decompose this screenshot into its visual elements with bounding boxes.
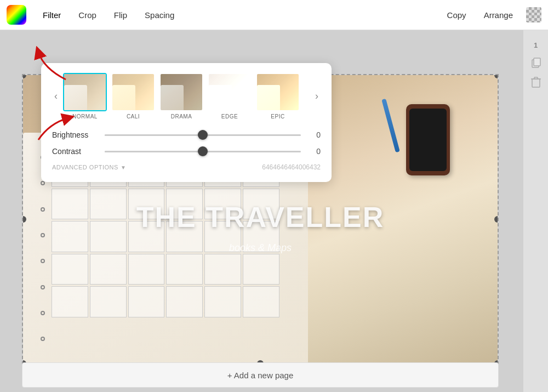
canvas-area: THE TRAVELLER books & Maps ‹	[0, 30, 548, 392]
right-sidebar: 1	[523, 30, 548, 392]
copy-sidebar-icon[interactable]	[529, 56, 543, 69]
filter-id: 6464646464006432	[262, 163, 321, 171]
filter-normal-img	[64, 74, 106, 110]
filter-epic-thumb	[256, 73, 300, 111]
brightness-value: 0	[310, 130, 321, 139]
filter-drama-thumb	[159, 73, 203, 111]
filter-epic-img	[257, 74, 299, 110]
crop-button[interactable]: Crop	[71, 7, 104, 23]
filter-normal-thumb	[63, 73, 107, 111]
filter-edge[interactable]: EDGE	[208, 73, 252, 120]
contrast-track[interactable]	[105, 151, 301, 152]
page-number: 1	[534, 41, 538, 49]
contrast-row: Contrast 0	[52, 147, 321, 156]
filter-popup: ‹ NORMAL	[41, 63, 332, 182]
filter-cali[interactable]: CALI	[111, 73, 155, 120]
filter-edge-thumb	[208, 73, 252, 111]
filter-button[interactable]: Filter	[35, 7, 68, 23]
filter-prev-button[interactable]: ‹	[52, 90, 60, 102]
contrast-label: Contrast	[52, 147, 96, 156]
handle-mid-right[interactable]	[494, 216, 499, 223]
filter-epic-label: EPIC	[271, 113, 284, 120]
advanced-options-button[interactable]: ADVANCED OPTIONS ▼	[52, 164, 126, 171]
phone-screen	[409, 109, 447, 171]
filter-row: ‹ NORMAL	[52, 73, 321, 120]
filter-edge-label: EDGE	[221, 113, 238, 120]
brightness-track[interactable]	[105, 134, 301, 136]
contrast-value: 0	[310, 147, 321, 156]
filter-drama-label: DRAMA	[171, 113, 192, 120]
add-page-bar[interactable]: + Add a new page	[22, 362, 499, 388]
filter-edge-img	[209, 74, 250, 110]
filter-drama[interactable]: DRAMA	[159, 73, 203, 120]
filter-cali-img	[112, 74, 154, 110]
filter-normal[interactable]: NORMAL	[63, 73, 107, 120]
toolbar: Filter Crop Flip Spacing Copy Arrange	[0, 0, 548, 30]
svg-rect-1	[534, 58, 540, 66]
advanced-options-label: ADVANCED OPTIONS	[52, 164, 118, 171]
filter-next-button[interactable]: ›	[313, 90, 321, 102]
brightness-row: Brightness 0	[52, 130, 321, 139]
arrange-button[interactable]: Arrange	[476, 7, 521, 23]
filter-cali-label: CALI	[127, 113, 140, 120]
svg-rect-2	[532, 79, 540, 87]
filter-drama-img	[161, 74, 202, 110]
app-logo[interactable]	[7, 5, 26, 25]
brightness-label: Brightness	[52, 130, 96, 139]
copy-button[interactable]: Copy	[439, 7, 474, 23]
advanced-row: ADVANCED OPTIONS ▼ 6464646464006432	[52, 163, 321, 171]
filter-cali-thumb	[111, 73, 155, 111]
filter-epic[interactable]: EPIC	[256, 73, 300, 120]
brightness-thumb[interactable]	[198, 130, 208, 140]
image-subtitle: books & Maps	[229, 242, 292, 254]
contrast-thumb[interactable]	[198, 146, 208, 156]
spacing-button[interactable]: Spacing	[137, 7, 182, 23]
checker-icon	[526, 7, 541, 22]
chevron-down-icon: ▼	[121, 164, 126, 171]
phone	[406, 104, 450, 175]
image-title: THE TRAVELLER	[136, 201, 385, 234]
toolbar-right: Copy Arrange	[439, 7, 541, 23]
filter-normal-label: NORMAL	[72, 113, 98, 120]
filter-thumbs: NORMAL CALI	[63, 73, 310, 120]
trash-sidebar-icon[interactable]	[529, 76, 543, 89]
flip-button[interactable]: Flip	[106, 7, 135, 23]
toolbar-left: Filter Crop Flip Spacing	[35, 7, 182, 23]
